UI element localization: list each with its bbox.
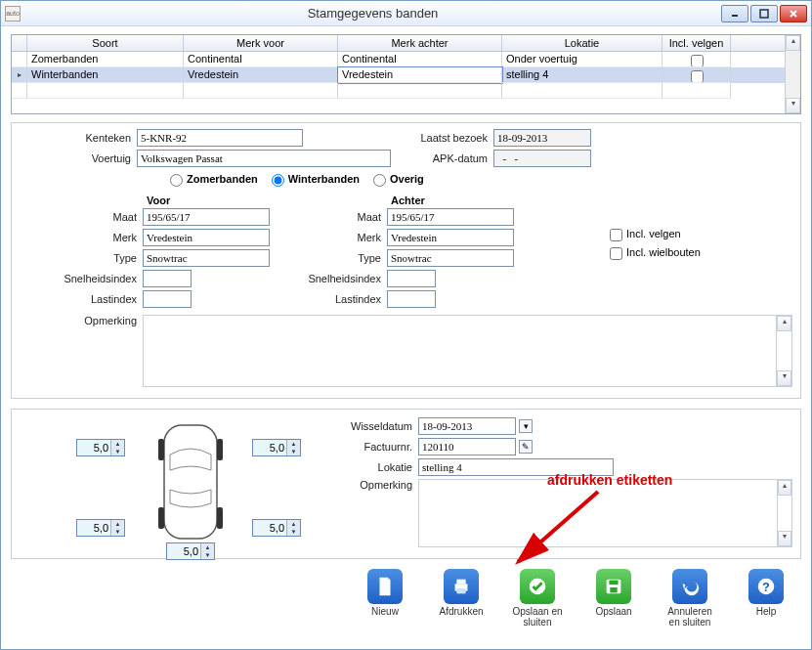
svg-rect-4 [164, 425, 217, 539]
nieuw-button[interactable]: Nieuw [358, 569, 412, 628]
opmerking-textarea[interactable] [143, 315, 777, 387]
achter-merk-label: Merk [303, 232, 387, 243]
voor-maat-label: Maat [20, 211, 143, 223]
svg-rect-16 [610, 587, 617, 593]
svg-rect-11 [456, 579, 465, 584]
achter-merk-field[interactable] [387, 229, 514, 246]
opslaan-button[interactable]: Opslaan [586, 569, 641, 628]
svg-rect-1 [760, 10, 768, 18]
voor-maat-field[interactable] [143, 208, 270, 226]
achter-lastindex-field[interactable] [387, 290, 436, 308]
svg-rect-12 [456, 587, 465, 593]
tire-sets-grid[interactable]: Soort Merk voor Merk achter Lokatie Incl… [11, 34, 801, 114]
current-row-marker: ▸ [12, 67, 27, 83]
achter-snelheidsindex-field[interactable] [387, 270, 436, 287]
voor-merk-field[interactable] [143, 229, 270, 246]
voor-merk-label: Merk [20, 232, 143, 243]
incl-wielbouten-check[interactable]: Incl. wielbouten [606, 246, 701, 258]
laatst-bezoek-field [493, 129, 591, 147]
minimize-button[interactable] [721, 5, 748, 22]
col-soort: Soort [27, 35, 184, 51]
achter-maat-field[interactable] [387, 208, 514, 226]
col-lokatie: Lokatie [502, 35, 662, 51]
check-icon [520, 569, 555, 604]
col-incl-velgen: Incl. velgen [662, 35, 731, 51]
depth-rl-stepper[interactable]: ▲▼ [76, 519, 125, 537]
grid-row[interactable] [12, 83, 785, 99]
voor-last-label: Lastindex [20, 293, 143, 305]
vehicle-form: Kenteken Laatst bezoek Voertuig APK-datu… [11, 122, 801, 399]
opslaan-en-sluiten-button[interactable]: Opslaan en sluiten [510, 569, 565, 628]
annuleren-en-sluiten-button[interactable]: Annuleren en sluiten [662, 569, 717, 628]
car-icon [156, 419, 225, 546]
svg-rect-6 [217, 439, 223, 460]
incl-velgen-checkbox[interactable] [691, 70, 704, 83]
arrow-icon [500, 486, 608, 574]
voor-snel-label: Snelheidsindex [20, 273, 143, 284]
grid-scrollbar[interactable]: ▴ ▾ [785, 35, 800, 113]
col-merk-achter: Merk achter [338, 35, 502, 51]
laatst-bezoek-label: Laatst bezoek [303, 132, 493, 144]
achter-snel-label: Snelheidsindex [303, 273, 387, 284]
scroll-down-icon[interactable]: ▾ [778, 531, 791, 546]
voor-lastindex-field[interactable] [143, 290, 192, 308]
achter-type-field[interactable] [387, 249, 514, 267]
voertuig-field[interactable] [137, 150, 391, 167]
radio-zomerbanden[interactable]: Zomerbanden [156, 173, 258, 187]
scroll-up-icon[interactable]: ▴ [777, 316, 791, 331]
depth-fl-stepper[interactable]: ▲▼ [76, 439, 125, 456]
voertuig-label: Voertuig [20, 152, 137, 164]
wisseldatum-field[interactable] [418, 417, 516, 435]
wissel-panel: ▲▼ ▲▼ ▲▼ ▲▼ ▲▼ Wisseldatum ▾ Factu [11, 409, 801, 559]
svg-line-9 [518, 492, 598, 562]
radio-winterbanden[interactable]: Winterbanden [258, 173, 360, 187]
depth-rr-stepper[interactable]: ▲▼ [252, 519, 301, 537]
achter-last-label: Lastindex [303, 293, 387, 305]
voor-snelheidsindex-field[interactable] [143, 270, 192, 287]
help-button[interactable]: ? Help [739, 569, 793, 628]
svg-rect-7 [158, 507, 164, 529]
factuurnr-field[interactable] [418, 438, 516, 455]
achter-type-label: Type [303, 252, 387, 264]
opmerking-scrollbar[interactable]: ▴ ▾ [777, 315, 792, 387]
svg-text:?: ? [762, 579, 770, 593]
voor-type-label: Type [20, 252, 143, 264]
scroll-up-icon[interactable]: ▴ [786, 35, 800, 51]
action-bar: Nieuw Afdrukken Opslaan en sluiten Opsla… [11, 569, 801, 628]
kenteken-field[interactable] [137, 129, 303, 147]
grid-row[interactable]: ▸ Winterbanden Vredestein Vredestein ste… [12, 67, 785, 83]
lookup-factuur-button[interactable]: ✎ [519, 440, 533, 454]
save-icon [596, 569, 631, 604]
date-picker-button[interactable]: ▾ [519, 419, 533, 433]
incl-velgen-check[interactable]: Incl. velgen [606, 228, 681, 239]
new-document-icon [367, 569, 403, 604]
lokatie-label: Lokatie [340, 461, 418, 473]
maximize-button[interactable] [750, 5, 778, 22]
scroll-down-icon[interactable]: ▾ [777, 370, 791, 386]
voor-type-field[interactable] [143, 249, 270, 267]
voor-heading: Voor [147, 195, 274, 206]
achter-maat-label: Maat [303, 211, 387, 223]
factuurnr-label: Factuurnr. [340, 441, 418, 453]
kenteken-label: Kenteken [20, 132, 137, 144]
incl-velgen-checkbox[interactable] [691, 55, 704, 67]
printer-icon [444, 569, 479, 604]
titlebar: auto Stamgegevens banden [1, 1, 811, 26]
close-button[interactable] [780, 5, 807, 22]
wisseldatum-label: Wisseldatum [340, 420, 418, 432]
svg-rect-5 [158, 439, 164, 460]
scroll-up-icon[interactable]: ▴ [778, 480, 791, 496]
col-merk-voor: Merk voor [184, 35, 338, 51]
car-diagram: ▲▼ ▲▼ ▲▼ ▲▼ ▲▼ [20, 417, 313, 550]
wissel-opmerking-label: Opmerking [340, 479, 418, 491]
radio-overig[interactable]: Overig [360, 173, 424, 187]
scroll-down-icon[interactable]: ▾ [786, 98, 800, 113]
apk-datum-field [493, 150, 591, 167]
svg-rect-15 [609, 580, 618, 585]
grid-row[interactable]: Zomerbanden Continental Continental Onde… [12, 52, 785, 67]
afdrukken-button[interactable]: Afdrukken [434, 569, 489, 628]
wissel-opmerking-scrollbar[interactable]: ▴ ▾ [778, 479, 792, 547]
achter-heading: Achter [391, 195, 557, 206]
depth-fr-stepper[interactable]: ▲▼ [252, 439, 301, 456]
opmerking-label: Opmerking [20, 315, 143, 326]
